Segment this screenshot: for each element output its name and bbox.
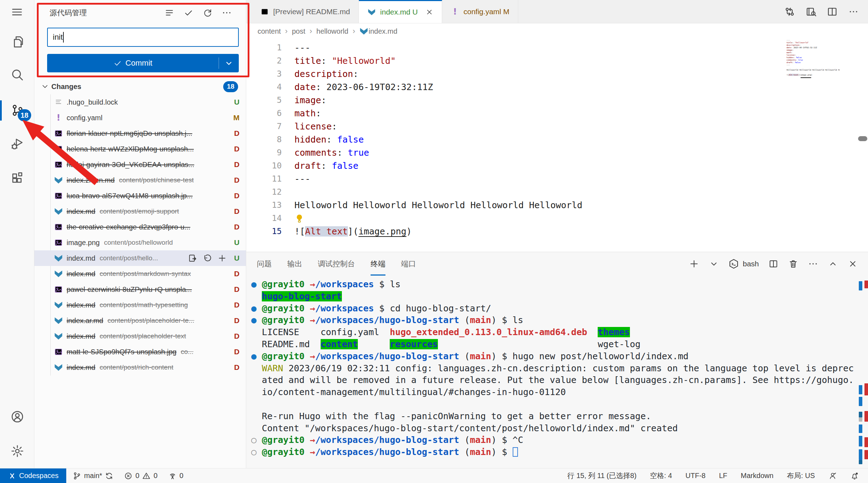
scm-header: 源代码管理 xyxy=(34,5,246,21)
statusbar-indentation[interactable]: 空格: 4 xyxy=(646,468,676,483)
panel-tab[interactable]: 端口 xyxy=(401,252,416,276)
lightbulb-icon[interactable] xyxy=(294,213,304,223)
activity-account-icon[interactable] xyxy=(11,410,24,423)
panel-tab[interactable]: 问题 xyxy=(257,252,272,276)
editor-scrollbar[interactable] xyxy=(858,136,867,141)
file-name: index.md xyxy=(67,332,95,340)
code-line xyxy=(294,185,787,199)
statusbar-encoding[interactable]: UTF-8 xyxy=(681,468,710,483)
editor-tab[interactable]: !config.yaml M xyxy=(442,0,518,23)
file-name: index.md xyxy=(67,207,95,216)
remote-icon xyxy=(8,472,16,480)
view-list-icon[interactable] xyxy=(164,8,174,18)
markdown-icon xyxy=(54,176,63,185)
changes-section-header[interactable]: Changes 18 xyxy=(34,79,246,94)
statusbar-eol[interactable]: LF xyxy=(715,468,731,483)
minimap[interactable]: ---title: "Helloworld"description:date: … xyxy=(787,39,840,85)
breadcrumb-file[interactable]: index.md xyxy=(368,27,397,35)
file-name: index.md xyxy=(67,254,95,262)
statusbar-keyboard-layout[interactable]: 布局: US xyxy=(783,468,819,483)
scm-change-row[interactable]: index.mdcontent/post/rich-contentD xyxy=(34,360,246,375)
more-icon[interactable] xyxy=(222,8,232,18)
chevron-down-icon[interactable] xyxy=(709,259,719,269)
commit-button[interactable]: Commit xyxy=(47,54,239,72)
editor-tab[interactable]: index.md U xyxy=(359,0,442,23)
scm-change-row[interactable]: .hugo_build.lockU xyxy=(34,94,246,110)
scm-change-row[interactable]: index.ar.mdcontent/post/placeholder-te..… xyxy=(34,313,246,328)
scm-change-row[interactable]: pawel-czerwinski-8uZPynlu-rQ-unspla...D xyxy=(34,282,246,297)
terminal-output[interactable]: ● @grayit0 →/workspaces $ ls hugo-blog-s… xyxy=(251,278,857,458)
open-file-icon[interactable] xyxy=(188,254,197,263)
scm-change-row[interactable]: index.mdcontent/post/placeholder-textD xyxy=(34,328,246,344)
scm-change-row[interactable]: !config.yamlM xyxy=(34,110,246,126)
panel-tab[interactable]: 终端 xyxy=(371,252,385,276)
code-line: draft: false xyxy=(294,159,787,172)
discard-icon[interactable] xyxy=(203,254,212,263)
split-editor-icon[interactable] xyxy=(827,6,838,17)
code-editor[interactable]: 123456789101112131415 ---title: "Hellowo… xyxy=(246,39,868,252)
code-line: image: xyxy=(294,94,787,107)
stage-icon[interactable] xyxy=(218,254,227,263)
panel-tab[interactable]: 输出 xyxy=(287,252,302,276)
shell-label[interactable]: bash xyxy=(743,260,759,268)
scm-change-row[interactable]: florian-klauer-nptLmg6jqDo-unsplash.j...… xyxy=(34,126,246,141)
scm-change-row[interactable]: matt-le-SJSpo9hQf7s-unsplash.jpgco...D xyxy=(34,344,246,360)
file-name: pawel-czerwinski-8uZPynlu-rQ-unspla... xyxy=(67,285,192,294)
antenna-icon xyxy=(168,472,177,480)
refresh-icon[interactable] xyxy=(203,8,213,18)
scm-change-row[interactable]: helena-hertz-wWZzXlDpMog-unsplash...D xyxy=(34,141,246,157)
statusbar-ports[interactable]: 0 xyxy=(164,468,188,483)
open-preview-icon[interactable] xyxy=(806,6,816,17)
activity-explorer-icon[interactable] xyxy=(11,35,24,48)
terminal-line: Re-run Hugo with the flag --panicOnWarni… xyxy=(251,410,857,422)
breadcrumb-item[interactable]: content xyxy=(258,27,281,35)
editor-tab[interactable]: [Preview] README.md xyxy=(252,0,359,23)
activity-settings-icon[interactable] xyxy=(11,444,24,458)
activity-extensions-icon[interactable] xyxy=(11,171,24,185)
chevron-up-icon[interactable] xyxy=(828,259,838,269)
open-changes-icon[interactable] xyxy=(784,6,795,17)
close-icon[interactable] xyxy=(847,259,858,269)
tab-close-icon[interactable] xyxy=(425,8,433,16)
scm-change-row[interactable]: the-creative-exchange-d2zvqp3fpro-u...D xyxy=(34,219,246,235)
panel-tab[interactable]: 调试控制台 xyxy=(318,252,355,276)
scm-change-row[interactable]: index.mdcontent/post/emoji-supportD xyxy=(34,204,246,219)
scm-change-row[interactable]: image.pngcontent/post/helloworldU xyxy=(34,235,246,250)
check-icon[interactable] xyxy=(184,8,193,18)
more-icon[interactable] xyxy=(808,259,818,269)
scm-change-row[interactable]: index.mdcontent/post/markdown-syntaxD xyxy=(34,266,246,282)
statusbar-cursor-position[interactable]: 行 15, 列 11 (已选择8) xyxy=(563,468,641,483)
activity-menu-icon[interactable] xyxy=(11,6,24,19)
statusbar-problems[interactable]: 00 xyxy=(120,468,162,483)
breadcrumb-item[interactable]: helloworld xyxy=(316,27,348,35)
trash-icon[interactable] xyxy=(788,259,799,269)
code-content: ---title: "Helloworld"description:date: … xyxy=(294,41,787,238)
warning-icon xyxy=(142,472,151,480)
statusbar-notifications[interactable] xyxy=(846,468,863,483)
file-name: luca-bravo-alS7ewQ41M8-unsplash.jp... xyxy=(67,192,193,200)
image-file-icon xyxy=(54,144,63,154)
statusbar-feedback[interactable] xyxy=(824,468,841,483)
statusbar-codespaces-remote[interactable]: Codespaces xyxy=(0,468,66,483)
scm-change-row[interactable]: index.zh-cn.mdcontent/post/chinese-testD xyxy=(34,172,246,188)
scm-change-row[interactable]: hudai-gayiran-3Od_VKcDEAA-unsplas...D xyxy=(34,157,246,172)
scm-change-row[interactable]: luca-bravo-alS7ewQ41M8-unsplash.jp...D xyxy=(34,188,246,204)
activity-search-icon[interactable] xyxy=(11,68,24,82)
split-icon[interactable] xyxy=(768,259,779,269)
commit-message-input[interactable]: init xyxy=(47,28,239,47)
image-file-icon xyxy=(54,238,63,247)
commit-dropdown-button[interactable] xyxy=(219,59,239,67)
statusbar-git-branch[interactable]: main* xyxy=(68,468,118,483)
breadcrumb: content›post›helloworld›index.md xyxy=(246,23,868,39)
activity-debug-icon[interactable] xyxy=(11,137,24,150)
more-icon[interactable] xyxy=(848,6,859,17)
statusbar-text: 0 xyxy=(180,472,184,480)
scm-change-row[interactable]: index.mdcontent/post/hello...U xyxy=(34,250,246,266)
markdown-icon xyxy=(54,254,63,263)
breadcrumb-item[interactable]: post xyxy=(292,27,305,35)
bash-icon[interactable] xyxy=(728,259,739,269)
statusbar-language-mode[interactable]: Markdown xyxy=(737,468,778,483)
scm-change-row[interactable]: index.mdcontent/post/math-typesettingD xyxy=(34,297,246,313)
search-icon xyxy=(11,68,24,82)
plus-icon[interactable] xyxy=(689,259,699,269)
